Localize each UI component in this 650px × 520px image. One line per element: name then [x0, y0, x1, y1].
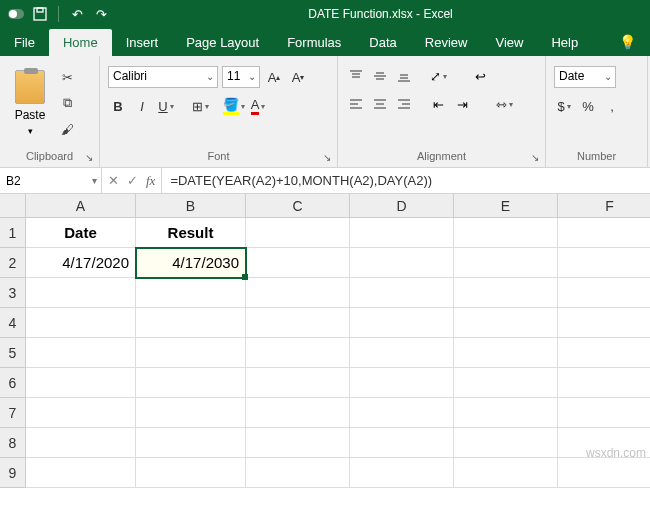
save-icon[interactable]: [30, 4, 50, 24]
font-color-button[interactable]: A: [248, 96, 268, 116]
col-header-a[interactable]: A: [26, 194, 136, 218]
cell[interactable]: [350, 308, 454, 338]
tab-view[interactable]: View: [481, 29, 537, 56]
cell-c1[interactable]: [246, 218, 350, 248]
autosave-toggle[interactable]: [6, 4, 26, 24]
tab-file[interactable]: File: [0, 29, 49, 56]
cell[interactable]: [246, 368, 350, 398]
cell[interactable]: [136, 398, 246, 428]
insert-function-button[interactable]: fx: [146, 173, 155, 189]
cell[interactable]: [246, 428, 350, 458]
formula-bar[interactable]: =DATE(YEAR(A2)+10,MONTH(A2),DAY(A2)): [162, 168, 650, 193]
percent-button[interactable]: %: [578, 96, 598, 116]
tell-me-icon[interactable]: 💡: [605, 28, 650, 56]
row-header-3[interactable]: 3: [0, 278, 26, 308]
cell[interactable]: [136, 338, 246, 368]
chevron-down-icon[interactable]: ▾: [92, 175, 97, 186]
cell-a1[interactable]: Date: [26, 218, 136, 248]
cell[interactable]: [246, 308, 350, 338]
merge-center-button[interactable]: ⇿: [494, 94, 514, 114]
wrap-text-button[interactable]: ↩: [470, 66, 490, 86]
border-button[interactable]: ⊞: [190, 96, 210, 116]
cell-e1[interactable]: [454, 218, 558, 248]
align-middle-button[interactable]: [370, 66, 390, 86]
col-header-c[interactable]: C: [246, 194, 350, 218]
align-bottom-button[interactable]: [394, 66, 414, 86]
font-name-combo[interactable]: Calibri⌄: [108, 66, 218, 88]
comma-button[interactable]: ,: [602, 96, 622, 116]
cell-b2[interactable]: 4/17/2030: [136, 248, 246, 278]
tab-insert[interactable]: Insert: [112, 29, 173, 56]
cell[interactable]: [136, 368, 246, 398]
cell[interactable]: [246, 398, 350, 428]
cell[interactable]: [350, 338, 454, 368]
cell[interactable]: [558, 398, 650, 428]
cell-a2[interactable]: 4/17/2020: [26, 248, 136, 278]
row-header-7[interactable]: 7: [0, 398, 26, 428]
font-launcher[interactable]: ↘: [321, 152, 333, 164]
cell[interactable]: [26, 458, 136, 488]
cell[interactable]: [246, 458, 350, 488]
col-header-f[interactable]: F: [558, 194, 650, 218]
cell-b1[interactable]: Result: [136, 218, 246, 248]
cell[interactable]: [350, 398, 454, 428]
increase-font-button[interactable]: A▴: [264, 67, 284, 87]
row-header-8[interactable]: 8: [0, 428, 26, 458]
select-all-corner[interactable]: [0, 194, 26, 218]
cell[interactable]: [246, 338, 350, 368]
decrease-indent-button[interactable]: ⇤: [428, 94, 448, 114]
tab-review[interactable]: Review: [411, 29, 482, 56]
cell[interactable]: [454, 458, 558, 488]
row-header-6[interactable]: 6: [0, 368, 26, 398]
cell[interactable]: [558, 368, 650, 398]
underline-button[interactable]: U: [156, 96, 176, 116]
increase-indent-button[interactable]: ⇥: [452, 94, 472, 114]
accounting-button[interactable]: $: [554, 96, 574, 116]
cell[interactable]: [454, 308, 558, 338]
tab-page-layout[interactable]: Page Layout: [172, 29, 273, 56]
bold-button[interactable]: B: [108, 96, 128, 116]
cell[interactable]: [136, 308, 246, 338]
row-header-5[interactable]: 5: [0, 338, 26, 368]
col-header-d[interactable]: D: [350, 194, 454, 218]
cell-e2[interactable]: [454, 248, 558, 278]
cell-d2[interactable]: [350, 248, 454, 278]
undo-icon[interactable]: ↶: [67, 4, 87, 24]
cell[interactable]: [136, 278, 246, 308]
decrease-font-button[interactable]: A▾: [288, 67, 308, 87]
cell[interactable]: [26, 308, 136, 338]
cell[interactable]: [136, 428, 246, 458]
paste-button[interactable]: Paste ▾: [8, 65, 52, 141]
cell[interactable]: [26, 338, 136, 368]
cell[interactable]: [350, 428, 454, 458]
cell[interactable]: [350, 458, 454, 488]
tab-formulas[interactable]: Formulas: [273, 29, 355, 56]
cell-f2[interactable]: [558, 248, 650, 278]
col-header-b[interactable]: B: [136, 194, 246, 218]
cell[interactable]: [136, 458, 246, 488]
cell[interactable]: [246, 278, 350, 308]
cell[interactable]: [454, 278, 558, 308]
col-header-e[interactable]: E: [454, 194, 558, 218]
cell-f1[interactable]: [558, 218, 650, 248]
align-top-button[interactable]: [346, 66, 366, 86]
row-header-1[interactable]: 1: [0, 218, 26, 248]
font-size-combo[interactable]: 11⌄: [222, 66, 260, 88]
row-header-4[interactable]: 4: [0, 308, 26, 338]
row-header-9[interactable]: 9: [0, 458, 26, 488]
italic-button[interactable]: I: [132, 96, 152, 116]
align-center-button[interactable]: [370, 94, 390, 114]
tab-data[interactable]: Data: [355, 29, 410, 56]
cell[interactable]: [558, 338, 650, 368]
cell[interactable]: [454, 368, 558, 398]
cell[interactable]: [350, 368, 454, 398]
clipboard-launcher[interactable]: ↘: [83, 152, 95, 164]
fill-color-button[interactable]: 🪣: [224, 96, 244, 116]
tab-help[interactable]: Help: [537, 29, 592, 56]
cell[interactable]: [558, 278, 650, 308]
alignment-launcher[interactable]: ↘: [529, 152, 541, 164]
align-right-button[interactable]: [394, 94, 414, 114]
cell[interactable]: [26, 368, 136, 398]
cut-button[interactable]: ✂: [56, 66, 78, 88]
cell[interactable]: [26, 428, 136, 458]
